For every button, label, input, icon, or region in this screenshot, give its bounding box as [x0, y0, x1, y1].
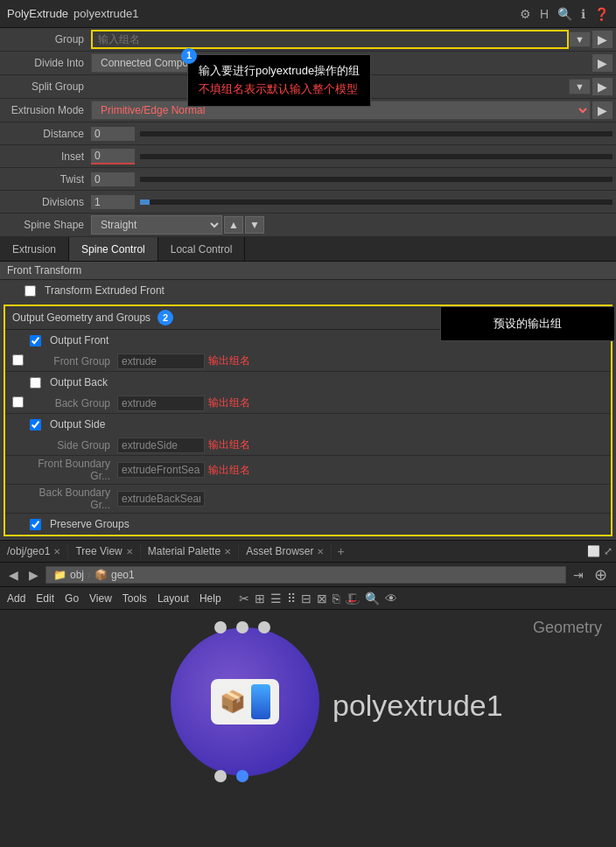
menu-tools[interactable]: Tools: [122, 592, 147, 605]
back-group-checkbox[interactable]: [12, 396, 24, 408]
distance-input[interactable]: [91, 127, 135, 141]
output-back-label: Output Back: [50, 376, 108, 388]
menu-icon-search[interactable]: 🔍: [365, 592, 380, 606]
front-transform-header: Front Transform: [0, 262, 616, 280]
menu-edit[interactable]: Edit: [36, 592, 54, 605]
output-side-checkbox[interactable]: [30, 419, 41, 430]
nav-back-btn[interactable]: ◀: [5, 566, 22, 584]
tab-local-control[interactable]: Local Control: [158, 237, 246, 261]
menu-go[interactable]: Go: [65, 592, 79, 605]
inset-input[interactable]: [91, 149, 135, 164]
help-h-icon[interactable]: H: [540, 7, 549, 21]
menu-help[interactable]: Help: [200, 592, 221, 605]
front-group-checkbox[interactable]: [12, 354, 24, 366]
nav-network-btn[interactable]: ⊕: [591, 564, 611, 586]
group-dropdown-btn[interactable]: ▼: [569, 32, 591, 47]
menu-add[interactable]: Add: [7, 592, 25, 605]
bottom-tab-geo1-close[interactable]: ✕: [53, 547, 60, 556]
menu-icon-hat[interactable]: 🎩: [345, 592, 360, 606]
question-icon[interactable]: ❓: [594, 7, 609, 21]
back-group-input[interactable]: [117, 396, 205, 411]
bottom-tab-material-close[interactable]: ✕: [224, 547, 231, 556]
twist-slider[interactable]: [140, 177, 612, 182]
group-arrow-btn[interactable]: ▶: [592, 31, 612, 48]
side-group-input[interactable]: [117, 438, 205, 453]
front-boundary-input[interactable]: [117, 462, 205, 478]
divisions-row: Divisions: [0, 191, 616, 214]
info-icon[interactable]: ℹ: [581, 7, 585, 21]
badge-2: 2: [158, 310, 173, 326]
tab-layout-icon[interactable]: ⬜: [587, 545, 600, 557]
menu-icon-layout3[interactable]: ⊠: [317, 592, 327, 606]
node-name-label: polyextrude1: [332, 689, 503, 723]
menu-icons: ✂ ⊞ ☰ ⠿ ⊟ ⊠ ⎘ 🎩 🔍 👁: [239, 592, 397, 606]
connector-top-left: [214, 621, 227, 634]
bottom-tab-tree-view[interactable]: Tree View ✕: [68, 543, 140, 559]
output-front-checkbox[interactable]: [30, 335, 41, 346]
twist-input[interactable]: [91, 172, 135, 186]
output-geo-header: Output Geometry and Groups 2 预设的输出组: [5, 306, 611, 330]
spine-shape-label: Spine Shape: [4, 219, 91, 231]
menu-icon-dots[interactable]: ⠿: [287, 592, 296, 606]
bottom-tab-material[interactable]: Material Palette ✕: [141, 543, 239, 559]
output-side-row: Output Side: [5, 414, 611, 435]
settings-icon[interactable]: ⚙: [520, 7, 531, 21]
spine-spin-down[interactable]: ▼: [245, 216, 264, 234]
node-circle[interactable]: 📦: [171, 627, 319, 776]
inset-label: Inset: [4, 150, 91, 163]
transform-extruded-front-checkbox[interactable]: [24, 285, 36, 297]
menu-layout[interactable]: Layout: [158, 592, 189, 605]
menu-icon-copy[interactable]: ⎘: [332, 592, 340, 606]
nav-forward-btn[interactable]: ▶: [25, 566, 42, 584]
split-group-arrow[interactable]: ▶: [592, 78, 612, 95]
tab-spine-control[interactable]: Spine Control: [69, 237, 158, 261]
nav-home-btn[interactable]: ⇥: [570, 566, 587, 584]
divisions-slider[interactable]: [140, 200, 612, 205]
menu-view[interactable]: View: [89, 592, 112, 605]
add-tab-btn[interactable]: +: [332, 542, 349, 560]
nav-geo-icon: 📦: [94, 569, 108, 581]
bottom-tab-asset[interactable]: Asset Browser ✕: [239, 543, 332, 559]
tab-detach-icon[interactable]: ⤢: [604, 545, 612, 557]
preserve-groups-checkbox[interactable]: [30, 519, 41, 530]
menu-icon-snap[interactable]: ✂: [239, 592, 249, 606]
bottom-tab-asset-close[interactable]: ✕: [317, 547, 324, 556]
bottom-tab-material-label: Material Palette: [148, 545, 220, 557]
distance-slider[interactable]: [140, 131, 612, 136]
spine-spin-up[interactable]: ▲: [224, 216, 243, 234]
front-boundary-label: Front Boundary Gr...: [30, 458, 117, 482]
side-group-row: Side Group 输出组名: [5, 435, 611, 456]
extrusion-mode-arrow[interactable]: ▶: [592, 102, 612, 119]
node-box-blue: [251, 684, 270, 719]
split-group-dropdown[interactable]: ▼: [569, 79, 591, 94]
menu-icon-layout2[interactable]: ⊟: [301, 592, 312, 606]
menu-icon-eye[interactable]: 👁: [385, 592, 397, 606]
group-input[interactable]: [93, 32, 567, 47]
node-box[interactable]: 📦: [211, 679, 279, 724]
tooltip-line1: 输入要进行polyextrude操作的组: [199, 64, 360, 77]
output-back-row: Output Back: [5, 372, 611, 393]
bottom-tab-geo1[interactable]: /obj/geo1 ✕: [0, 543, 68, 559]
output-back-checkbox[interactable]: [30, 377, 41, 388]
node-area[interactable]: Geometry 📦 polyextrude1: [0, 610, 616, 802]
search-icon[interactable]: 🔍: [557, 7, 572, 21]
spine-shape-select[interactable]: Straight: [91, 215, 222, 234]
inset-slider[interactable]: [140, 154, 612, 159]
divisions-input[interactable]: [91, 195, 135, 209]
distance-input-area: [91, 127, 612, 141]
nav-obj-label[interactable]: obj: [70, 569, 84, 581]
group-input-wrap: [91, 30, 569, 49]
bottom-tab-asset-label: Asset Browser: [246, 545, 313, 557]
divide-into-arrow[interactable]: ▶: [592, 54, 612, 72]
tab-extrusion[interactable]: Extrusion: [0, 237, 69, 261]
back-boundary-label: Back Boundary Gr...: [30, 486, 117, 511]
front-group-input[interactable]: [117, 354, 205, 369]
badge-1: 1: [181, 48, 197, 64]
viewport-area: /obj/geo1 ✕ Tree View ✕ Material Palette…: [0, 540, 616, 847]
bottom-tab-tree-close[interactable]: ✕: [126, 547, 133, 556]
menu-icon-layout1[interactable]: ☰: [270, 592, 282, 606]
nav-geo-label[interactable]: geo1: [111, 569, 135, 581]
front-group-row: Front Group 输出组名: [5, 351, 611, 372]
back-boundary-input[interactable]: [117, 491, 205, 507]
menu-icon-grid[interactable]: ⊞: [255, 592, 265, 606]
